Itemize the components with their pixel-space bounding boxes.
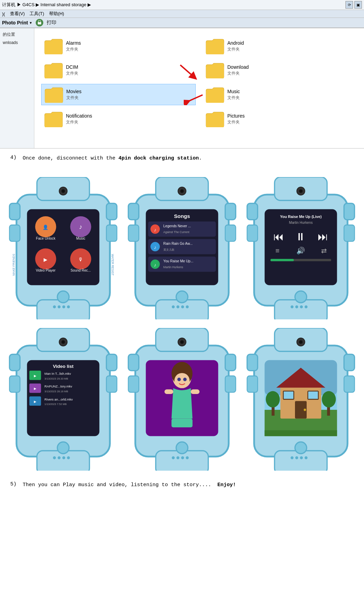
- svg-text:≡: ≡: [275, 247, 280, 254]
- menu-item-view[interactable]: )(: [2, 11, 5, 17]
- svg-point-60: [176, 291, 188, 303]
- svg-rect-127: [225, 376, 236, 393]
- svg-point-64: [186, 305, 189, 308]
- svg-point-167: [295, 456, 298, 459]
- svg-rect-121: [128, 354, 139, 371]
- svg-point-131: [177, 378, 181, 381]
- svg-text:Man In T...lish.mkv: Man In T...lish.mkv: [45, 372, 71, 375]
- svg-text:Legends Never ...: Legends Never ...: [163, 224, 191, 228]
- right-pane: Alarms 文件夹 Android 文件夹: [34, 28, 364, 148]
- svg-text:Rain Rain Go Aw...: Rain Rain Go Aw...: [163, 242, 193, 245]
- folder-dcim[interactable]: DCIM 文件夹: [41, 60, 196, 80]
- step4-num: 4): [10, 155, 23, 161]
- watch-svg-player: You Raise Me Up (Live) Martin Hurkens ⏮ …: [242, 177, 359, 320]
- svg-text:RAPUNZ...tory.mkv: RAPUNZ...tory.mkv: [45, 385, 72, 388]
- svg-text:You Raise Me Up...: You Raise Me Up...: [163, 259, 193, 263]
- svg-text:MAKE FRIENDS: MAKE FRIENDS: [12, 253, 15, 275]
- svg-rect-74: [344, 225, 355, 241]
- svg-point-114: [53, 456, 56, 459]
- svg-rect-133: [171, 419, 192, 427]
- svg-rect-14: [106, 225, 117, 241]
- svg-rect-146: [344, 354, 355, 371]
- svg-rect-152: [265, 430, 337, 436]
- svg-point-29: [57, 291, 69, 303]
- folder-type-movies: 文件夹: [66, 95, 81, 101]
- svg-point-33: [67, 305, 70, 308]
- extra-button[interactable]: ▣: [354, 1, 362, 9]
- folder-info-dcim: DCIM 文件夹: [66, 64, 78, 76]
- svg-text:⏮: ⏮: [273, 230, 284, 242]
- folder-icon-alarms: [44, 38, 63, 54]
- menu-item-tools[interactable]: 工具(T): [30, 11, 44, 17]
- watch-grid-top: MAKE FRIENDS WATER RESIST 👤 Face Unlock …: [0, 174, 364, 325]
- address-path: 计算机 ▶ G4CS ▶ Internal shared storage ▶: [2, 2, 344, 8]
- svg-point-32: [62, 305, 65, 308]
- svg-text:👤: 👤: [43, 225, 49, 230]
- watch-top-1: MAKE FRIENDS WATER RESIST 👤 Face Unlock …: [5, 177, 122, 321]
- print-label: 打印: [47, 20, 56, 26]
- watch-svg-house: [242, 328, 359, 471]
- svg-text:英文儿歌: 英文儿歌: [163, 248, 174, 251]
- menu-item-view2[interactable]: 查看(V): [10, 11, 25, 17]
- svg-point-40: [180, 189, 184, 193]
- svg-text:Martin Hurkens: Martin Hurkens: [289, 220, 312, 224]
- folder-info-android: Android 文件夹: [227, 40, 244, 52]
- address-bar: 计算机 ▶ G4CS ▶ Internal shared storage ▶ ⟳…: [0, 0, 364, 10]
- svg-rect-122: [225, 354, 236, 371]
- svg-rect-43: [225, 225, 236, 241]
- folder-alarms[interactable]: Alarms 文件夹: [41, 36, 196, 56]
- svg-point-141: [186, 456, 189, 459]
- svg-text:Songs: Songs: [174, 213, 190, 219]
- explorer-bar: 计算机 ▶ G4CS ▶ Internal shared storage ▶ ⟳…: [0, 0, 364, 28]
- svg-text:♪: ♪: [79, 223, 82, 230]
- svg-point-160: [266, 391, 280, 408]
- svg-point-132: [183, 378, 186, 381]
- svg-rect-158: [308, 391, 318, 400]
- svg-rect-13: [10, 225, 20, 241]
- refresh-button[interactable]: ⟳: [345, 1, 353, 9]
- svg-point-130: [174, 373, 190, 388]
- svg-text:Face Unlock: Face Unlock: [36, 236, 56, 240]
- svg-point-148: [299, 340, 303, 344]
- photo-print-button[interactable]: Photo Print ▼: [2, 20, 32, 25]
- menu-item-help[interactable]: 帮助(H): [49, 11, 64, 17]
- folder-icon-movies: [44, 86, 64, 103]
- svg-rect-163: [247, 376, 258, 393]
- folder-name-movies: Movies: [66, 89, 81, 94]
- folder-info-music: Music 文件夹: [227, 89, 240, 101]
- svg-text:▶: ▶: [34, 400, 37, 404]
- svg-line-3: [180, 65, 194, 77]
- svg-text:Sound Rec...: Sound Rec...: [71, 269, 91, 272]
- folder-type-android: 文件夹: [227, 46, 244, 52]
- step5-text: Then you can Play music and video, liste…: [23, 481, 354, 489]
- watch-svg-menu: MAKE FRIENDS WATER RESIST 👤 Face Unlock …: [5, 177, 122, 320]
- step4: 4) Once done, disconnect with the 4pin d…: [10, 155, 354, 163]
- svg-text:1/13/2023 7.52 MB: 1/13/2023 7.52 MB: [45, 403, 67, 406]
- red-arrow-music: [184, 91, 204, 105]
- svg-point-11: [61, 189, 65, 193]
- svg-point-113: [57, 442, 69, 454]
- svg-rect-42: [128, 225, 139, 241]
- folder-pictures[interactable]: Pictures 文件夹: [203, 109, 357, 129]
- folder-name-pictures: Pictures: [227, 113, 245, 119]
- svg-text:Martin Hurkens: Martin Hurkens: [163, 265, 183, 269]
- folder-android[interactable]: Android 文件夹: [203, 36, 357, 56]
- svg-rect-157: [283, 391, 294, 400]
- svg-point-138: [172, 456, 174, 459]
- folder-download[interactable]: Download 文件夹: [203, 60, 357, 80]
- watch-top-3: You Raise Me Up (Live) Martin Hurkens ⏮ …: [242, 177, 359, 321]
- svg-rect-134: [164, 390, 173, 394]
- svg-text:🔊: 🔊: [297, 246, 306, 255]
- folder-info-notifications: Notifications 文件夹: [66, 113, 92, 125]
- folder-music[interactable]: Music 文件夹: [203, 84, 357, 105]
- folder-movies[interactable]: Movies 文件夹: [41, 84, 196, 105]
- folder-notifications[interactable]: Notifications 文件夹: [41, 109, 196, 129]
- svg-text:⏭: ⏭: [318, 230, 328, 242]
- menu-bar: )( 查看(V) 工具(T) 帮助(H): [0, 10, 364, 18]
- step5: 5) Then you can Play music and video, li…: [10, 481, 354, 489]
- svg-text:⇄: ⇄: [321, 247, 327, 254]
- watch-grid-bottom: Video list ▶ Man In T...lish.mkv 3/13/20…: [0, 325, 364, 476]
- step5-bold: Enjoy!: [217, 482, 236, 488]
- folder-info-pictures: Pictures 文件夹: [227, 113, 245, 125]
- svg-rect-38: [225, 203, 236, 220]
